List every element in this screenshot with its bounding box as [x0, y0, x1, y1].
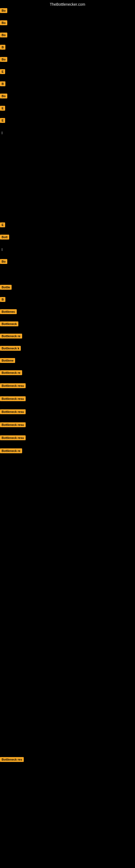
- badge-lower14[interactable]: Bottleneck re: [0, 448, 22, 453]
- badge-1[interactable]: Bo: [0, 8, 7, 13]
- badge-mid4[interactable]: Bo: [0, 259, 7, 264]
- badge-lower8[interactable]: Bottleneck re: [0, 370, 22, 375]
- bottleneck-res-badge[interactable]: Bottleneck res: [0, 757, 24, 762]
- badge-lower9[interactable]: Bottleneck resu: [0, 383, 26, 388]
- badge-lower1[interactable]: Bottle: [0, 285, 12, 290]
- badge-9[interactable]: E: [0, 106, 5, 111]
- badge-11: |: [0, 130, 4, 135]
- badge-6[interactable]: E: [0, 69, 5, 74]
- badge-10[interactable]: E: [0, 118, 5, 123]
- badge-8[interactable]: Bo: [0, 94, 7, 98]
- badge-4[interactable]: B: [0, 45, 5, 50]
- badge-lower10[interactable]: Bottleneck resu: [0, 396, 26, 401]
- badge-mid1[interactable]: E: [0, 222, 5, 227]
- badge-2[interactable]: Bo: [0, 20, 7, 25]
- badge-7[interactable]: B: [0, 82, 5, 86]
- badge-lower12[interactable]: Bottleneck resu: [0, 422, 26, 427]
- badge-lower13[interactable]: Bottleneck resu: [0, 435, 26, 440]
- site-title: TheBottlenecker.com: [50, 2, 85, 6]
- badge-mid2[interactable]: Bott: [0, 235, 9, 240]
- badge-3[interactable]: Bo: [0, 33, 7, 37]
- badge-lower2[interactable]: B: [0, 297, 5, 302]
- badge-mid3: |: [0, 247, 4, 252]
- badge-lower3[interactable]: Bottlenec: [0, 309, 17, 314]
- badge-lower6[interactable]: Bottleneck k: [0, 346, 21, 351]
- badge-lower7[interactable]: Bottlene: [0, 358, 15, 363]
- badge-lower11[interactable]: Bottleneck resu: [0, 409, 26, 414]
- badge-lower5[interactable]: Bottleneck re: [0, 334, 22, 339]
- badge-lower4[interactable]: Bottleneck: [0, 321, 18, 326]
- badge-5[interactable]: Bo: [0, 57, 7, 62]
